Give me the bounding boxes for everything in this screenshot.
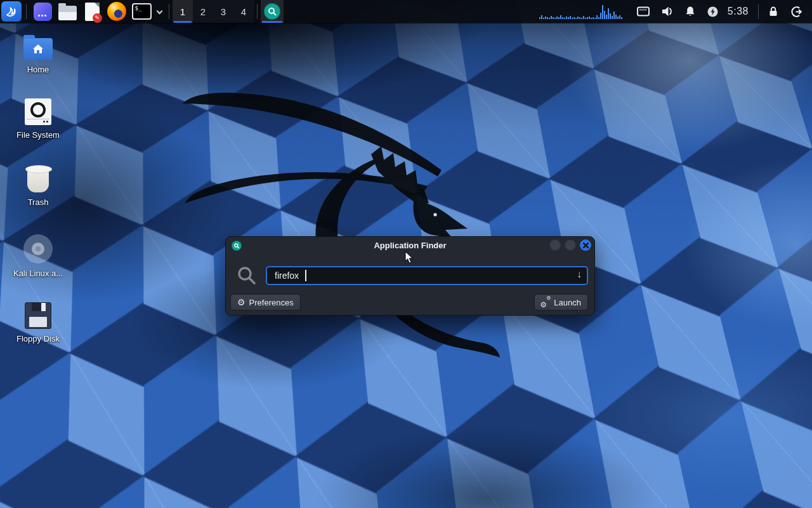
workspace-label: 2 bbox=[200, 6, 206, 17]
display-icon[interactable] bbox=[636, 5, 650, 18]
launcher-terminal-emulator[interactable] bbox=[32, 1, 53, 22]
notifications-icon[interactable] bbox=[684, 5, 697, 18]
firefox-icon bbox=[107, 2, 126, 21]
panel-separator bbox=[169, 4, 169, 19]
desktop-icon-label: Floppy Disk bbox=[16, 334, 60, 344]
launch-button[interactable]: ⚙⚙ Launch bbox=[534, 294, 588, 311]
desktop-icon-label: File System bbox=[16, 130, 60, 140]
text-editor-icon: ✎ bbox=[85, 3, 100, 21]
workspace-1-button[interactable]: 1 bbox=[173, 0, 193, 23]
appfinder-icon bbox=[264, 3, 280, 20]
terminal-prompt-glyph: $_ bbox=[135, 5, 142, 11]
gear-icon: ⚙ bbox=[237, 298, 246, 307]
floppy-disk-icon bbox=[25, 302, 51, 329]
workspace-4-button[interactable]: 4 bbox=[233, 0, 254, 23]
cpu-graph[interactable] bbox=[539, 4, 622, 19]
trash-icon bbox=[27, 168, 49, 192]
launcher-file-manager[interactable] bbox=[57, 1, 77, 22]
launch-button-label: Launch bbox=[554, 298, 581, 307]
preferences-button[interactable]: ⚙ Preferences bbox=[230, 294, 301, 311]
desktop-icon-floppy-disk[interactable]: Floppy Disk bbox=[6, 302, 70, 344]
home-folder-icon bbox=[23, 38, 53, 60]
arrow-down-icon[interactable]: ↓ bbox=[577, 269, 582, 280]
desktop-icon-label: Home bbox=[27, 65, 49, 74]
workspace-label: 1 bbox=[180, 6, 185, 17]
workspace-label: 3 bbox=[221, 6, 226, 17]
text-caret bbox=[305, 270, 306, 281]
launch-gears-icon: ⚙⚙ bbox=[541, 298, 550, 307]
desktop-icon-label: Kali Linux a... bbox=[13, 269, 63, 278]
appfinder-taskbar-button[interactable] bbox=[261, 0, 284, 23]
close-icon bbox=[583, 243, 589, 248]
search-input[interactable] bbox=[266, 266, 588, 285]
maximize-button[interactable] bbox=[565, 239, 576, 251]
window-title: Application Finder bbox=[226, 241, 594, 250]
lock-icon[interactable] bbox=[767, 5, 780, 18]
launcher-bar: ✎ $_ bbox=[30, 1, 166, 22]
black-terminal-icon: $_ bbox=[132, 3, 152, 20]
launcher-dropdown-chevron-icon[interactable] bbox=[157, 8, 163, 14]
desktop-icon-kali-disc[interactable]: Kali Linux a... bbox=[6, 234, 70, 278]
launcher-terminal[interactable]: $_ bbox=[131, 1, 152, 22]
desktop-icon-file-system[interactable]: File System bbox=[6, 98, 70, 140]
desktop-icon-trash[interactable]: Trash bbox=[6, 165, 70, 207]
minimize-button[interactable] bbox=[549, 239, 561, 251]
workspace-switcher: 1 2 3 4 bbox=[173, 0, 254, 23]
workspace-2-button[interactable]: 2 bbox=[193, 0, 213, 23]
file-system-drive-icon bbox=[25, 98, 51, 125]
kali-disc-icon bbox=[23, 234, 53, 264]
logout-icon[interactable] bbox=[790, 5, 803, 18]
launcher-text-editor[interactable]: ✎ bbox=[82, 1, 102, 22]
volume-icon[interactable] bbox=[660, 5, 674, 18]
search-icon bbox=[237, 265, 257, 288]
mouse-cursor bbox=[405, 251, 415, 265]
clock[interactable]: 5:38 bbox=[728, 6, 749, 17]
desktop-icon-label: Trash bbox=[28, 197, 49, 207]
applications-menu-button[interactable] bbox=[1, 1, 22, 22]
kali-menu-icon bbox=[4, 4, 18, 18]
terminal-purple-icon bbox=[34, 3, 52, 21]
panel-separator bbox=[758, 4, 759, 19]
workspace-3-button[interactable]: 3 bbox=[213, 0, 233, 23]
search-field-wrap: ↓ bbox=[266, 266, 588, 285]
preferences-button-label: Preferences bbox=[249, 298, 294, 307]
application-finder-window: Application Finder ↓ ⚙ Preferences ⚙⚙ La… bbox=[225, 236, 595, 316]
workspace-label: 4 bbox=[241, 6, 246, 17]
power-icon[interactable] bbox=[707, 6, 719, 18]
launcher-web-browser[interactable] bbox=[107, 1, 127, 22]
edit-badge-icon: ✎ bbox=[93, 13, 102, 23]
panel-separator bbox=[257, 4, 258, 19]
panel-separator bbox=[26, 4, 27, 19]
top-panel: ✎ $_ 1 2 3 4 bbox=[0, 0, 812, 23]
file-manager-icon bbox=[58, 6, 77, 20]
desktop-icon-home[interactable]: Home bbox=[6, 33, 70, 74]
panel-status-area: 5:38 bbox=[539, 0, 812, 23]
close-button[interactable] bbox=[580, 239, 591, 251]
